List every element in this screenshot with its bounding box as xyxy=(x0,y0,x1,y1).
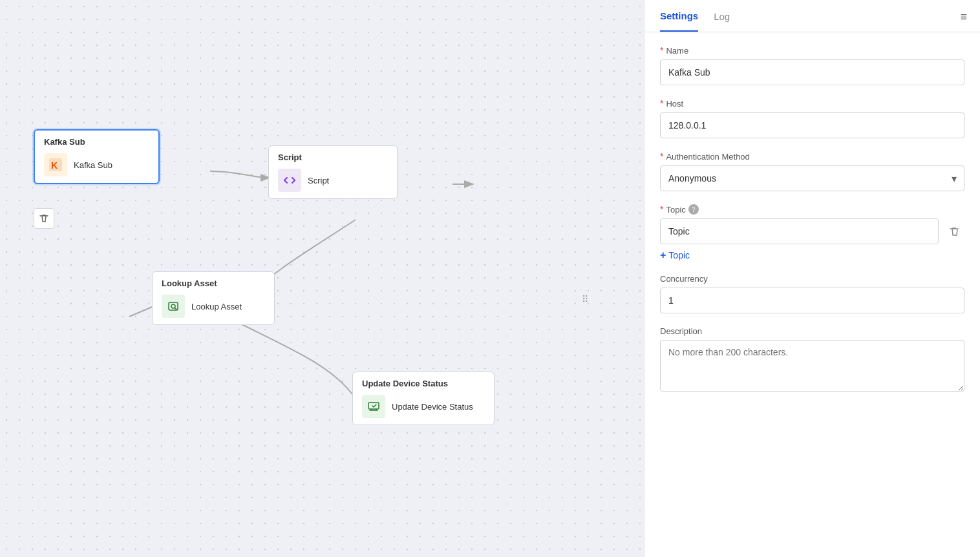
drag-handle[interactable]: ⠿ xyxy=(582,294,588,304)
node-update-device-status[interactable]: Update Device Status Update Device Statu… xyxy=(352,372,495,425)
field-label-name: * Name xyxy=(660,45,964,56)
node-script[interactable]: Script Script xyxy=(268,145,398,199)
field-group-name: * Name xyxy=(660,45,964,85)
host-input[interactable] xyxy=(660,112,964,138)
node-update-device-status-title: Update Device Status xyxy=(362,379,485,388)
add-topic-button[interactable]: + Topic xyxy=(660,249,690,261)
node-script-title: Script xyxy=(278,152,388,162)
flow-canvas[interactable]: Kafka Sub K Kafka Sub Script xyxy=(0,0,644,557)
tab-log[interactable]: Log xyxy=(714,11,730,31)
svg-text:K: K xyxy=(51,160,58,171)
script-icon xyxy=(278,169,301,192)
node-kafka-sub[interactable]: Kafka Sub K Kafka Sub xyxy=(34,129,160,184)
concurrency-input[interactable] xyxy=(660,288,964,313)
field-label-topic: * Topic ? xyxy=(660,204,964,215)
node-lookup-asset[interactable]: Lookup Asset Lookup Asset xyxy=(152,271,275,325)
node-lookup-asset-label: Lookup Asset xyxy=(191,302,242,311)
panel-content: * Name * Host * Authentication Method An… xyxy=(644,32,980,557)
field-group-topic: * Topic ? + Topic xyxy=(660,204,964,261)
field-label-concurrency: Concurrency xyxy=(660,274,964,284)
kafka-icon: K xyxy=(44,153,67,176)
auth-select-wrapper: Anonymous SASL/PLAIN SSL ▾ xyxy=(660,165,964,191)
lookup-icon xyxy=(162,295,185,318)
field-group-description: Description xyxy=(660,326,964,394)
field-group-host: * Host xyxy=(660,98,964,138)
field-label-host: * Host xyxy=(660,98,964,109)
tab-settings[interactable]: Settings xyxy=(660,10,698,32)
update-icon xyxy=(362,395,385,418)
node-script-label: Script xyxy=(308,176,329,185)
topic-row xyxy=(660,218,964,244)
delete-node-button[interactable] xyxy=(34,208,54,229)
field-label-description: Description xyxy=(660,326,964,336)
required-star-name: * xyxy=(660,45,663,56)
topic-delete-button[interactable] xyxy=(944,221,964,242)
topic-input[interactable] xyxy=(660,218,939,244)
node-kafka-sub-title: Kafka Sub xyxy=(44,137,149,147)
node-update-device-status-label: Update Device Status xyxy=(392,402,473,412)
node-lookup-asset-title: Lookup Asset xyxy=(162,278,265,288)
flow-arrows xyxy=(0,0,644,557)
field-group-auth: * Authentication Method Anonymous SASL/P… xyxy=(660,151,964,191)
add-topic-label: Topic xyxy=(668,250,690,260)
required-star-host: * xyxy=(660,98,663,109)
settings-panel: Settings Log ≡ * Name * Host * Authentic… xyxy=(644,0,980,557)
plus-icon: + xyxy=(660,249,666,261)
panel-header: Settings Log ≡ xyxy=(644,0,980,32)
topic-help-icon[interactable]: ? xyxy=(688,204,699,215)
auth-method-select[interactable]: Anonymous SASL/PLAIN SSL xyxy=(660,165,964,191)
required-star-auth: * xyxy=(660,151,663,162)
required-star-topic: * xyxy=(660,204,663,215)
panel-menu-icon[interactable]: ≡ xyxy=(960,10,967,24)
name-input[interactable] xyxy=(660,59,964,85)
description-textarea[interactable] xyxy=(660,340,964,392)
field-group-concurrency: Concurrency xyxy=(660,274,964,313)
node-kafka-sub-label: Kafka Sub xyxy=(74,160,112,170)
field-label-auth: * Authentication Method xyxy=(660,151,964,162)
